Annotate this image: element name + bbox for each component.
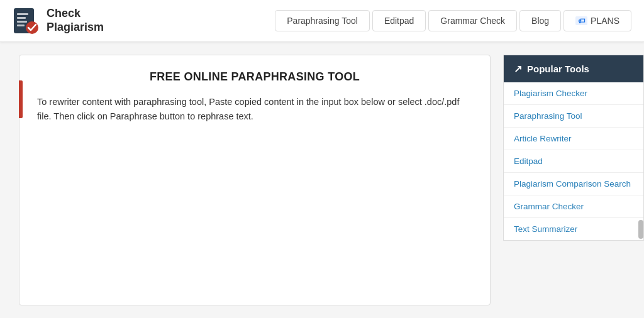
svg-rect-3 [17, 21, 27, 23]
popular-tool-paraphrasing-tool[interactable]: Paraphrasing Tool [504, 105, 643, 127]
list-item: Grammar Checker [504, 195, 643, 218]
popular-tool-plagiarism-checker[interactable]: Plagiarism Checker [504, 82, 643, 104]
logo[interactable]: Check Plagiarism [13, 7, 104, 35]
logo-check: Check [47, 7, 104, 21]
list-item: Text Summarizer [504, 218, 643, 240]
logo-text: Check Plagiarism [47, 7, 104, 34]
list-item: Plagiarism Comparison Search [504, 173, 643, 195]
logo-icon [13, 7, 40, 35]
nav-editpad[interactable]: Editpad [372, 10, 426, 31]
popular-tool-editpad[interactable]: Editpad [504, 150, 643, 172]
nav-grammar-check[interactable]: Grammar Check [428, 10, 517, 31]
list-item: Paraphrasing Tool [504, 105, 643, 128]
popular-tool-plagiarism-comparison[interactable]: Plagiarism Comparison Search [504, 173, 643, 195]
tool-description: To rewriter content with paraphrasing to… [37, 95, 472, 124]
header: Check Plagiarism Paraphrasing Tool Editp… [0, 0, 644, 42]
main-content: FREE ONLINE PARAPHRASING TOOL To rewrite… [0, 42, 644, 318]
scrollbar-thumb [638, 220, 643, 239]
right-panel: ↗ Popular Tools Plagiarism Checker Parap… [503, 42, 644, 318]
left-panel: FREE ONLINE PARAPHRASING TOOL To rewrite… [0, 42, 503, 318]
plans-label: PLANS [591, 16, 619, 26]
main-nav: Paraphrasing Tool Editpad Grammar Check … [275, 10, 631, 31]
list-item: Article Rewriter [504, 128, 643, 150]
nav-paraphrasing-tool[interactable]: Paraphrasing Tool [275, 10, 370, 31]
list-item: Plagiarism Checker [504, 82, 643, 105]
plans-tag-icon: 🏷 [575, 16, 587, 25]
popular-tools-header: ↗ Popular Tools [504, 55, 643, 82]
popular-tools-title: Popular Tools [527, 63, 589, 74]
list-item: Editpad [504, 150, 643, 173]
popular-tool-article-rewriter[interactable]: Article Rewriter [504, 128, 643, 150]
svg-rect-1 [17, 13, 28, 15]
trend-icon: ↗ [514, 63, 522, 75]
red-accent-tab [19, 80, 23, 118]
nav-plans[interactable]: 🏷 PLANS [564, 10, 631, 31]
logo-plagiarism: Plagiarism [47, 21, 104, 35]
nav-blog[interactable]: Blog [519, 10, 561, 31]
popular-tool-text-summarizer[interactable]: Text Summarizer [504, 218, 587, 240]
tool-title: FREE ONLINE PARAPHRASING TOOL [37, 70, 472, 84]
svg-rect-2 [17, 17, 26, 19]
popular-tool-grammar-checker[interactable]: Grammar Checker [504, 195, 643, 217]
popular-tools-widget: ↗ Popular Tools Plagiarism Checker Parap… [503, 55, 644, 241]
svg-rect-4 [17, 25, 25, 26]
tool-card: FREE ONLINE PARAPHRASING TOOL To rewrite… [19, 55, 491, 305]
popular-tools-list: Plagiarism Checker Paraphrasing Tool Art… [504, 82, 643, 240]
